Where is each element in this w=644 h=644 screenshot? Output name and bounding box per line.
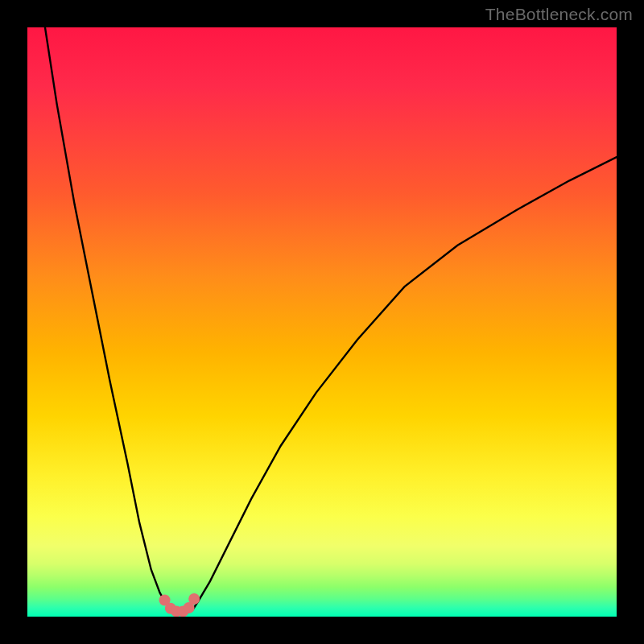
plot-svg: [27, 27, 617, 617]
watermark-text: TheBottleneck.com: [485, 5, 633, 24]
bottleneck-curve: [45, 27, 617, 613]
curve-markers: [159, 593, 200, 617]
curve-marker: [188, 593, 200, 605]
chart-stage: TheBottleneck.com: [0, 0, 644, 644]
plot-area: [27, 27, 617, 617]
